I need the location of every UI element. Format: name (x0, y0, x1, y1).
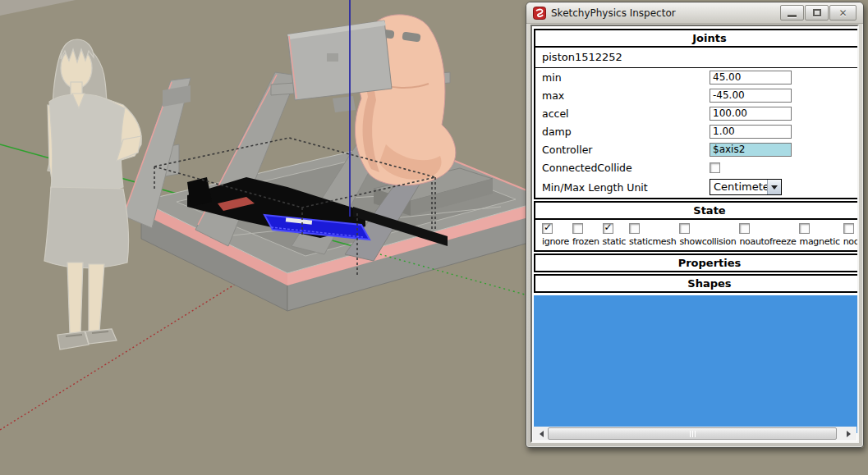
frozen-checkbox[interactable] (572, 223, 583, 234)
arrow-right-icon (847, 431, 854, 437)
state-item-nocc: nocc (843, 223, 859, 247)
state-checkbox-row: ignore frozen static staticmesh (535, 220, 859, 250)
scroll-left-button[interactable] (533, 427, 546, 441)
joint-name: piston1512252 (535, 48, 859, 68)
state-header: State (535, 203, 859, 220)
maximize-icon (813, 9, 821, 16)
ignore-checkbox[interactable] (542, 223, 553, 234)
length-unit-label: Min/Max Length Unit (542, 181, 710, 194)
close-button[interactable]: ✕ (829, 5, 857, 21)
showcollision-label: showcollision (679, 236, 736, 247)
inspector-client-area: Joints piston1512252 min max accel (530, 25, 859, 443)
state-item-static: static (603, 223, 626, 247)
noautofreeze-checkbox[interactable] (739, 223, 750, 234)
scroll-right-button[interactable] (843, 427, 857, 441)
shapes-panel[interactable] (534, 295, 859, 433)
ignore-label: ignore (542, 236, 569, 247)
properties-header: Properties (535, 255, 859, 271)
damp-label: damp (542, 126, 710, 138)
length-unit-dropdown-button[interactable] (767, 180, 781, 194)
nocc-label: nocc (843, 236, 859, 247)
joints-section: Joints piston1512252 min max accel (534, 29, 859, 199)
state-item-frozen: frozen (572, 223, 599, 247)
min-label: min (542, 71, 710, 84)
sketchup-viewport[interactable]: SketchyPhysics Inspector ✕ Joints piston… (0, 0, 868, 475)
minimize-button[interactable] (780, 5, 804, 21)
horizontal-scrollbar[interactable] (533, 427, 857, 441)
field-row-damp: damp (535, 122, 859, 140)
close-icon: ✕ (838, 8, 847, 18)
staticmesh-label: staticmesh (629, 236, 676, 247)
field-row-controller: Controller (535, 140, 859, 158)
damp-input[interactable] (710, 125, 792, 139)
accel-input[interactable] (710, 107, 792, 121)
nocc-checkbox[interactable] (843, 223, 854, 234)
connectedcollide-checkbox[interactable] (710, 162, 720, 173)
controller-input[interactable] (710, 143, 792, 157)
minimize-icon (788, 15, 797, 17)
state-item-magnetic: magnetic (799, 223, 839, 247)
field-row-connectedcollide: ConnectedCollide (535, 158, 859, 176)
static-label: static (603, 236, 626, 247)
staticmesh-checkbox[interactable] (629, 223, 640, 234)
chevron-down-icon (771, 185, 778, 193)
field-row-length-unit: Min/Max Length Unit Centimeter (535, 176, 859, 198)
scroll-thumb[interactable] (548, 427, 837, 440)
maximize-button[interactable] (805, 5, 829, 21)
shapes-header: Shapes (535, 276, 859, 291)
shapes-section: Shapes (534, 274, 859, 293)
static-checkbox[interactable] (603, 223, 613, 234)
accel-label: accel (542, 107, 710, 120)
window-titlebar[interactable]: SketchyPhysics Inspector ✕ (526, 2, 863, 24)
field-row-accel: accel (535, 104, 859, 122)
state-item-staticmesh: staticmesh (629, 223, 676, 247)
length-unit-value: Centimeter (710, 180, 767, 194)
sketchyphysics-app-icon (533, 7, 546, 20)
magnetic-label: magnetic (799, 236, 839, 247)
field-row-min: min (535, 68, 859, 86)
state-item-ignore: ignore (542, 223, 569, 247)
connectedcollide-label: ConnectedCollide (542, 162, 710, 174)
joints-header: Joints (535, 30, 859, 48)
max-input[interactable] (710, 89, 792, 103)
controller-label: Controller (542, 144, 710, 156)
arrow-left-icon (536, 431, 544, 437)
state-section: State ignore frozen static (534, 201, 859, 252)
state-item-showcollision: showcollision (679, 223, 736, 247)
noautofreeze-label: noautofreeze (739, 236, 796, 247)
field-row-max: max (535, 86, 859, 104)
showcollision-checkbox[interactable] (679, 223, 690, 234)
min-input[interactable] (710, 71, 792, 84)
max-label: max (542, 89, 710, 102)
magnetic-checkbox[interactable] (799, 223, 810, 234)
sketchyphysics-inspector-window: SketchyPhysics Inspector ✕ Joints piston… (526, 2, 864, 448)
state-item-noautofreeze: noautofreeze (739, 223, 796, 247)
length-unit-select[interactable]: Centimeter (710, 179, 782, 195)
frozen-label: frozen (572, 236, 599, 247)
window-title: SketchyPhysics Inspector (551, 7, 676, 19)
properties-section: Properties (534, 253, 859, 272)
